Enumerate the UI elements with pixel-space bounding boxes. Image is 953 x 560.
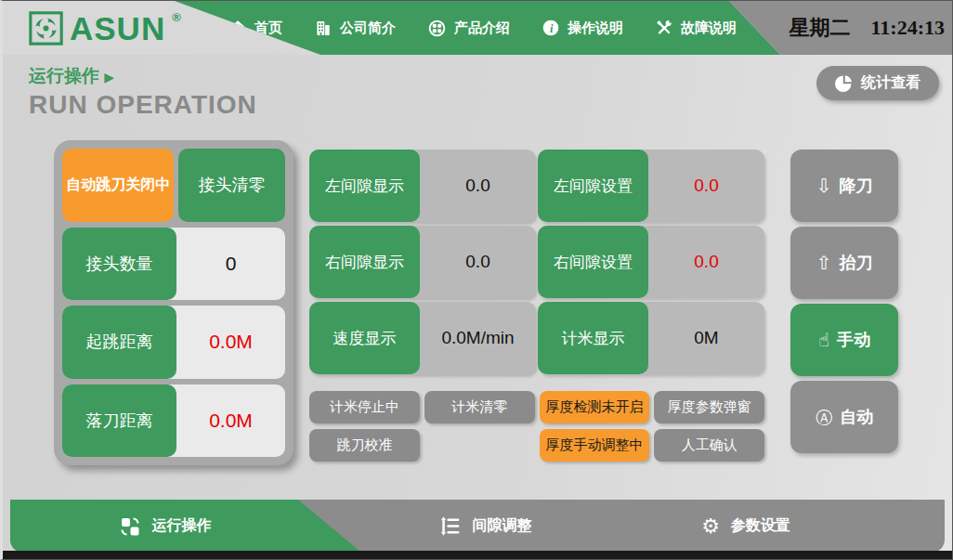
thickness-param-popup-label: 厚度参数弹窗 (668, 398, 751, 416)
thickness-detect-off-label: 厚度检测未开启 (545, 398, 643, 416)
manual-mode-label: 手动 (837, 329, 870, 351)
joint-count-label: 接头数量 (62, 228, 176, 301)
asun-logo-icon (29, 11, 63, 46)
knife-down-label: 降刀 (839, 175, 872, 197)
jump-start-distance-row: 起跳距离 0.0M (62, 306, 285, 379)
page-title-zh-text: 运行操作 (29, 66, 99, 85)
nav-label: 故障说明 (681, 20, 737, 37)
thickness-detect-off-button[interactable]: 厚度检测未开启 (540, 391, 650, 423)
hand-icon (818, 331, 829, 349)
left-gap-display-label: 左间隙显示 (309, 150, 420, 222)
weekday-label: 星期二 (790, 14, 851, 42)
tab-run-operation-label: 运行操作 (152, 516, 212, 536)
manual-mode-button[interactable]: 手动 (790, 304, 898, 376)
clock: 星期二 11:24:13 (790, 14, 953, 42)
auto-icon (816, 408, 832, 426)
meter-count-display-value: 0M (648, 302, 764, 374)
brand-name: ASUN (70, 11, 165, 46)
thickness-manual-adjust-label: 厚度手动调整中 (545, 436, 643, 454)
joint-reset-button[interactable]: 接头清零 (178, 149, 285, 222)
manual-confirm-button[interactable]: 人工确认 (654, 429, 764, 462)
right-gap-setting-label: 右间隙设置 (538, 226, 648, 298)
left-gap-setting-value[interactable]: 0.0 (648, 150, 764, 222)
speed-display-value: 0.0M/min (420, 302, 536, 374)
bottom-bezel (3, 551, 952, 559)
product-icon (427, 19, 447, 38)
page-title-en: RUN OPERATION (29, 90, 257, 120)
meter-stopped-button[interactable]: 计米停止中 (309, 391, 420, 423)
tab-settings[interactable]: 参数设置 (701, 500, 790, 553)
left-gap-setting-row[interactable]: 左间隙设置 0.0 (538, 150, 764, 222)
left-gap-setting-label: 左间隙设置 (538, 150, 648, 222)
knife-up-label: 抬刀 (839, 252, 872, 274)
meter-reset-button[interactable]: 计米清零 (424, 391, 535, 423)
jump-start-distance-label: 起跳距离 (62, 306, 176, 379)
fault-tools-icon (655, 19, 673, 37)
tab-gap-adjust[interactable]: 间隙调整 (440, 500, 532, 553)
header-bar: 首页 公司简介 (3, 1, 952, 55)
nav-item-fault[interactable]: 故障说明 (655, 19, 737, 37)
company-icon (314, 19, 333, 37)
stats-view-button[interactable]: 统计查看 (816, 66, 939, 100)
right-gap-display-label: 右间隙显示 (309, 226, 420, 298)
auto-mode-button[interactable]: 自动 (790, 381, 898, 453)
knife-drop-distance-row: 落刀距离 0.0M (62, 384, 285, 458)
auto-jump-status-button[interactable]: 自动跳刀关闭中 (62, 149, 174, 222)
brand-logo: ASUN ® (29, 11, 181, 46)
home-icon (228, 19, 247, 37)
settings-gear-icon (701, 516, 720, 537)
small-buttons-grid: 计米停止中 计米清零 厚度检测未开启 厚度参数弹窗 跳刀校准 厚度手动调整中 人… (309, 391, 764, 462)
header-nav: 首页 公司简介 (175, 1, 780, 55)
jump-knife-panel: 自动跳刀关闭中 接头清零 接头数量 0 起跳距离 0.0M 落刀距离 0.0M (54, 140, 294, 465)
meter-count-display-row: 计米显示 0M (538, 302, 764, 374)
registered-mark: ® (172, 11, 181, 24)
stats-view-label: 统计查看 (861, 73, 920, 93)
thickness-manual-adjust-button[interactable]: 厚度手动调整中 (540, 429, 650, 462)
joint-count-row: 接头数量 0 (62, 228, 285, 301)
thickness-param-popup-button[interactable]: 厚度参数弹窗 (654, 391, 764, 423)
speed-display-label: 速度显示 (309, 302, 420, 374)
knife-up-button[interactable]: 抬刀 (790, 227, 898, 299)
knife-down-button[interactable]: 降刀 (790, 150, 898, 222)
joint-reset-label: 接头清零 (199, 174, 266, 196)
right-gap-setting-value[interactable]: 0.0 (648, 226, 764, 298)
auto-jump-status-label: 自动跳刀关闭中 (66, 176, 170, 195)
svg-text:i: i (550, 22, 554, 35)
arrow-up-icon (816, 254, 832, 272)
right-gap-display-row: 右间隙显示 0.0 (309, 226, 536, 298)
meter-count-display-label: 计米显示 (538, 302, 648, 374)
auto-mode-label: 自动 (840, 406, 873, 428)
run-operation-icon (119, 515, 141, 538)
meter-stopped-label: 计米停止中 (330, 398, 399, 416)
tab-settings-label: 参数设置 (731, 516, 790, 536)
pie-chart-icon (835, 74, 853, 92)
info-icon: i (542, 19, 560, 37)
page-title-zh: 运行操作 ▶ (29, 64, 114, 88)
tab-run-operation[interactable]: 运行操作 (10, 500, 361, 553)
nav-item-home[interactable]: 首页 (228, 19, 282, 37)
knife-drop-distance-label: 落刀距离 (62, 384, 176, 458)
speed-display-row: 速度显示 0.0M/min (309, 302, 536, 374)
nav-label: 首页 (255, 20, 282, 37)
jump-start-distance-value: 0.0M (176, 306, 285, 379)
meter-reset-label: 计米清零 (451, 398, 507, 416)
time-label: 11:24:13 (871, 16, 945, 40)
nav-item-manual[interactable]: i 操作说明 (542, 19, 623, 37)
jump-knife-calibrate-label: 跳刀校准 (336, 436, 392, 454)
joint-count-value: 0 (176, 228, 285, 301)
jump-knife-calibrate-button[interactable]: 跳刀校准 (309, 429, 420, 462)
nav-item-product[interactable]: 产品介绍 (427, 19, 510, 38)
tab-gap-adjust-label: 间隙调整 (473, 516, 532, 536)
footer-nav-bar: 运行操作 间隙调整 参数设置 (10, 500, 945, 553)
hmi-screen: 首页 公司简介 (0, 0, 953, 560)
title-arrow-icon: ▶ (104, 70, 114, 85)
gap-display-column: 左间隙显示 0.0 右间隙显示 0.0 速度显示 0.0M/min (309, 150, 536, 374)
arrow-down-icon (816, 176, 832, 195)
panel-button-row: 自动跳刀关闭中 接头清零 (62, 149, 285, 222)
nav-label: 操作说明 (568, 20, 623, 37)
manual-confirm-label: 人工确认 (682, 436, 738, 454)
gap-adjust-icon (440, 515, 462, 537)
right-gap-setting-row[interactable]: 右间隙设置 0.0 (538, 226, 764, 298)
nav-item-company[interactable]: 公司简介 (314, 19, 396, 37)
right-gap-display-value: 0.0 (420, 226, 536, 298)
